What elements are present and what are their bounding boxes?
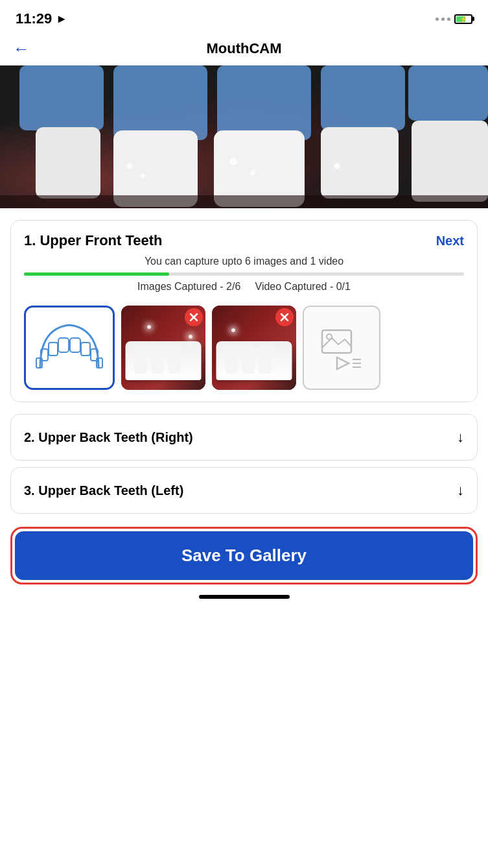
video-placeholder-icon — [319, 325, 364, 370]
location-icon: ► — [56, 12, 67, 26]
teeth-blue-overlay — [0, 66, 488, 208]
battery-lightning: ⚡ — [459, 16, 467, 23]
svg-rect-9 — [412, 121, 488, 202]
camera-view — [0, 66, 488, 208]
guide-thumbnail[interactable] — [24, 306, 115, 390]
signal-dots — [436, 18, 450, 21]
svg-point-14 — [334, 163, 340, 169]
back-button[interactable]: ← — [13, 39, 30, 59]
svg-point-12 — [229, 158, 237, 165]
progress-bar-fill — [24, 272, 169, 276]
battery-icon: ⚡ — [454, 14, 472, 24]
status-time: 11:29 ► — [16, 10, 67, 27]
capture-counts: Images Captured - 2/6 Video Captured - 0… — [24, 281, 464, 293]
svg-marker-30 — [337, 357, 349, 369]
section-1-title: 1. Upper Front Teeth — [24, 232, 163, 249]
svg-point-13 — [250, 170, 255, 175]
save-btn-container: Save To Gallery — [10, 527, 478, 585]
svg-rect-5 — [36, 127, 100, 199]
section-2-card[interactable]: 2. Upper Back Teeth (Right) ↓ — [10, 414, 478, 461]
svg-rect-8 — [321, 127, 399, 199]
thumbnail-row — [24, 306, 464, 390]
section-3-card[interactable]: 3. Upper Back Teeth (Left) ↓ — [10, 467, 478, 514]
next-button[interactable]: Next — [436, 234, 464, 248]
section-1-header: 1. Upper Front Teeth Next — [24, 232, 464, 249]
photo-thumbnail-2[interactable] — [212, 306, 296, 390]
photo-thumbnail-1[interactable] — [121, 306, 205, 390]
svg-rect-16 — [58, 338, 69, 352]
svg-rect-1 — [113, 66, 207, 140]
svg-rect-2 — [217, 66, 311, 140]
section-3-expand-icon: ↓ — [457, 482, 464, 499]
svg-rect-3 — [321, 66, 405, 130]
section-1-card: 1. Upper Front Teeth Next You can captur… — [10, 220, 478, 402]
home-indicator — [199, 595, 290, 599]
svg-point-10 — [126, 163, 133, 169]
teeth-guide-icon — [34, 315, 105, 380]
svg-point-11 — [140, 173, 145, 178]
svg-rect-18 — [49, 343, 58, 356]
svg-rect-0 — [19, 66, 104, 130]
section-2-expand-icon: ↓ — [457, 429, 464, 446]
svg-rect-4 — [408, 66, 488, 121]
nav-bar: ← MouthCAM — [0, 35, 488, 66]
section-3-title: 3. Upper Back Teeth (Left) — [24, 483, 183, 498]
svg-rect-15 — [0, 195, 488, 208]
progress-bar-container — [24, 272, 464, 276]
video-placeholder-thumbnail[interactable] — [303, 306, 380, 390]
status-bar: 11:29 ► ⚡ — [0, 0, 488, 35]
remove-photo-2-button[interactable] — [275, 308, 294, 326]
status-right: ⚡ — [436, 14, 472, 24]
capture-info-text: You can capture upto 6 images and 1 vide… — [24, 256, 464, 267]
remove-photo-1-button[interactable] — [185, 308, 203, 326]
section-2-title: 2. Upper Back Teeth (Right) — [24, 430, 193, 445]
nav-title: MouthCAM — [206, 40, 281, 57]
save-to-gallery-button[interactable]: Save To Gallery — [15, 531, 473, 580]
svg-rect-19 — [81, 343, 90, 356]
capture-info: You can capture upto 6 images and 1 vide… — [24, 249, 464, 296]
svg-rect-17 — [70, 338, 80, 352]
